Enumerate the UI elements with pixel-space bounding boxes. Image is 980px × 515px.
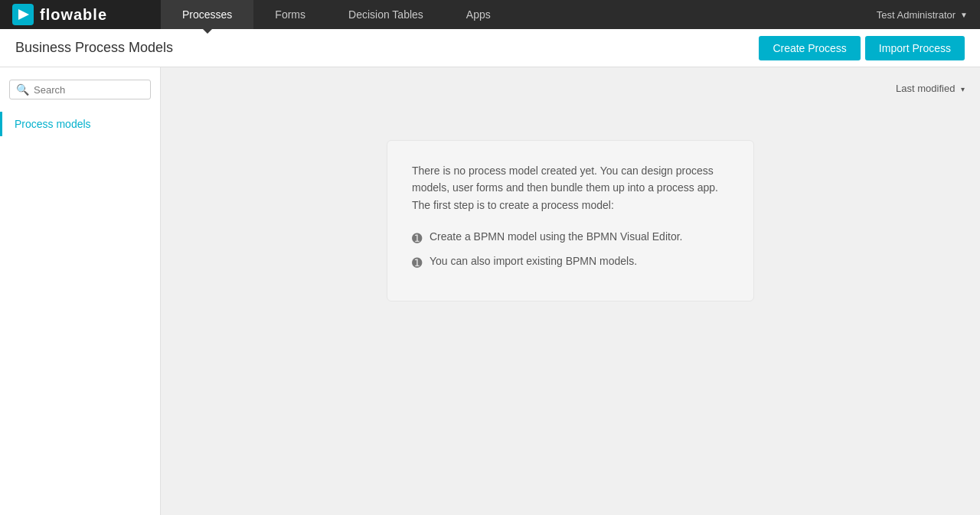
logo-area[interactable]: flowable <box>0 0 161 29</box>
sort-caret-icon: ▾ <box>961 85 965 93</box>
search-input[interactable] <box>34 84 144 96</box>
import-process-button[interactable]: Import Process <box>865 36 965 60</box>
create-process-button[interactable]: Create Process <box>759 36 860 60</box>
bullet-item-0: ➊ Create a BPMN model using the BPMN Vis… <box>412 230 729 246</box>
sidebar: 🔍 Process models <box>0 67 161 515</box>
search-icon: 🔍 <box>16 83 29 96</box>
sort-button[interactable]: Last modified ▾ <box>896 83 965 94</box>
page-title: Business Process Models <box>15 40 759 56</box>
search-box[interactable]: 🔍 <box>9 80 151 99</box>
bullet-item-1: ➊ You can also import existing BPMN mode… <box>412 255 729 270</box>
sort-label-text: Last modified <box>896 83 955 94</box>
nav-item-processes[interactable]: Processes <box>161 0 253 29</box>
info-intro: There is no process model created yet. Y… <box>412 162 729 213</box>
top-nav: flowable Processes Forms Decision Tables… <box>0 0 980 29</box>
user-menu[interactable]: Test Administrator ▼ <box>864 0 980 29</box>
info-card: There is no process model created yet. Y… <box>387 140 754 302</box>
bullet-text-0: Create a BPMN model using the BPMN Visua… <box>430 230 682 243</box>
nav-items: Processes Forms Decision Tables Apps <box>161 0 864 29</box>
bullet-icon-1: ➊ <box>412 256 422 270</box>
nav-item-apps[interactable]: Apps <box>445 0 512 29</box>
user-chevron-icon: ▼ <box>960 11 968 19</box>
bullet-text-1: You can also import existing BPMN models… <box>430 255 637 267</box>
sort-bar: Last modified ▾ <box>176 83 965 94</box>
user-name: Test Administrator <box>877 9 956 21</box>
logo-text: flowable <box>40 6 107 24</box>
sidebar-item-label: Process models <box>15 118 91 130</box>
main-layout: 🔍 Process models Last modified ▾ There i… <box>0 67 980 515</box>
sidebar-item-process-models[interactable]: Process models <box>0 112 160 136</box>
content-area: Last modified ▾ There is no process mode… <box>161 67 980 515</box>
nav-item-forms[interactable]: Forms <box>253 0 327 29</box>
sub-header: Business Process Models Create Process I… <box>0 29 980 67</box>
nav-item-decision-tables[interactable]: Decision Tables <box>327 0 445 29</box>
bullet-icon-0: ➊ <box>412 231 422 246</box>
flowable-logo-icon <box>12 4 34 25</box>
